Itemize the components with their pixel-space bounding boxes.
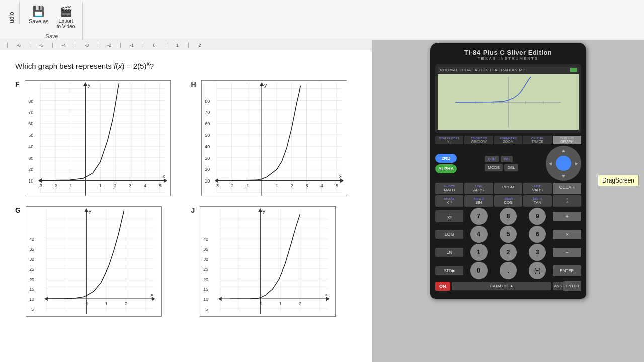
svg-text:20: 20 bbox=[29, 277, 34, 282]
svg-text:1: 1 bbox=[99, 183, 102, 188]
svg-text:x: x bbox=[162, 173, 165, 179]
svg-text:-1: -1 bbox=[245, 183, 249, 188]
calc-btn-enter[interactable]: ENTER bbox=[553, 265, 581, 276]
calc-btn-7[interactable]: 7 bbox=[470, 208, 488, 225]
svg-text:2: 2 bbox=[290, 183, 293, 188]
calc-btn-2[interactable]: 2 bbox=[500, 244, 517, 261]
calc-btn-decimal[interactable]: . bbox=[500, 262, 517, 279]
calc-btn-trace[interactable]: CALC F4 TRACE bbox=[523, 136, 551, 144]
svg-text:20: 20 bbox=[28, 167, 33, 172]
calc-btn-enter2[interactable]: ENTER bbox=[564, 281, 581, 291]
calc-btn-multiply[interactable]: × bbox=[553, 230, 581, 239]
svg-text:30: 30 bbox=[203, 257, 208, 262]
calc-btn-math[interactable]: A-LOCKMATH bbox=[435, 183, 463, 194]
svg-text:-1: -1 bbox=[68, 183, 72, 188]
calc-btn-clear[interactable]: CLEAR bbox=[553, 183, 581, 194]
graph-item-F: F bbox=[15, 80, 181, 196]
calc-btn-catalog[interactable]: CATALOG ▲ bbox=[452, 282, 552, 290]
calc-btn-alpha[interactable]: ALPHA bbox=[435, 164, 457, 173]
calc-btn-sin[interactable]: ANGLESIN bbox=[464, 195, 493, 207]
calc-btn-3[interactable]: 3 bbox=[529, 244, 546, 261]
svg-text:-2: -2 bbox=[229, 183, 233, 188]
svg-text:30: 30 bbox=[28, 156, 33, 161]
calc-row-math: A-LOCKMATH LINKAPPS PRGM LISTVARS CLEAR bbox=[435, 183, 581, 194]
save-as-button[interactable]: 💾 Save as bbox=[26, 3, 52, 31]
svg-text:80: 80 bbox=[28, 99, 33, 104]
calc-btn-prgm[interactable]: PRGM bbox=[494, 183, 522, 194]
svg-text:40: 40 bbox=[205, 144, 210, 149]
document-panel: -6 -5 -4 -3 -2 -1 0 1 2 Which graph best… bbox=[0, 40, 372, 362]
calc-btn-zoom[interactable]: FORMAT F3 ZOOM bbox=[494, 136, 522, 144]
calc-btn-ins[interactable]: INS bbox=[501, 156, 513, 162]
graph-item-H: H bbox=[191, 80, 357, 196]
ruler-tick: 2 bbox=[188, 43, 211, 48]
calc-btn-mode[interactable]: MODE bbox=[485, 164, 503, 171]
svg-text:25: 25 bbox=[29, 267, 34, 272]
svg-text:10: 10 bbox=[205, 178, 210, 184]
svg-text:20: 20 bbox=[205, 167, 210, 172]
calc-btn-xsq[interactable]: √X² bbox=[435, 210, 463, 222]
calc-btn-1[interactable]: 1 bbox=[470, 244, 488, 261]
ruler-tick: -6 bbox=[7, 43, 30, 48]
svg-text:y: y bbox=[264, 82, 267, 88]
nav-down-arrow: ▼ bbox=[561, 173, 566, 179]
calc-btn-4[interactable]: 4 bbox=[470, 226, 488, 243]
calc-brand: TI-84 Plus C Silver Edition TEXAS INSTRU… bbox=[435, 47, 581, 62]
calc-btn-vars[interactable]: LISTVARS bbox=[523, 183, 551, 194]
graphs-grid: F bbox=[15, 80, 357, 317]
calc-btn-xinv[interactable]: MATRXX⁻¹ bbox=[435, 195, 463, 207]
calc-btn-cos[interactable]: DRAWCOS bbox=[494, 195, 522, 207]
calc-btn-power[interactable]: π^ bbox=[553, 195, 581, 207]
calc-btn-window[interactable]: TBLSET F2 WINDOW bbox=[464, 136, 493, 144]
audio-label: udio bbox=[8, 3, 15, 23]
calc-btn-6[interactable]: 6 bbox=[529, 226, 546, 243]
svg-text:35: 35 bbox=[29, 247, 34, 252]
export-icon: 🎬 bbox=[60, 5, 72, 17]
calc-btn-negate[interactable]: (−) bbox=[529, 262, 546, 279]
svg-text:5: 5 bbox=[158, 183, 161, 188]
calc-btn-divide[interactable]: ÷ bbox=[553, 212, 581, 221]
calc-btn-9[interactable]: 9 bbox=[529, 208, 546, 225]
ruler-tick: -3 bbox=[75, 43, 98, 48]
nav-center-btn[interactable] bbox=[556, 156, 571, 171]
calc-battery-icon bbox=[570, 68, 577, 72]
calc-status-text: NORMAL FLOAT AUTO REAL RADIAN MP bbox=[440, 68, 526, 72]
calc-btn-8[interactable]: 8 bbox=[500, 208, 517, 225]
calc-nav-pad[interactable]: ▲ ▼ ◄ ► bbox=[546, 146, 581, 181]
calc-btn-tan[interactable]: DISTRTAN bbox=[523, 195, 551, 207]
graph-J: y x 5 10 15 20 25 30 35 40 -1 bbox=[200, 206, 336, 317]
graph-F: y x 10 20 30 40 50 60 70 80 bbox=[25, 80, 171, 196]
calc-btn-on[interactable]: ON bbox=[435, 282, 450, 291]
export-label: Exportto Video bbox=[57, 18, 75, 29]
svg-text:1: 1 bbox=[105, 301, 108, 306]
svg-text:35: 35 bbox=[203, 247, 208, 252]
svg-text:-1: -1 bbox=[258, 301, 262, 306]
nav-right-arrow: ► bbox=[574, 161, 579, 166]
calc-btn-minus[interactable]: − bbox=[553, 248, 581, 257]
calc-btn-5[interactable]: 5 bbox=[500, 226, 517, 243]
calc-btn-del[interactable]: DEL bbox=[504, 164, 518, 171]
calc-btn-apps[interactable]: LINKAPPS bbox=[464, 183, 493, 194]
graph-label-F: F bbox=[15, 80, 20, 88]
calc-btn-graph[interactable]: TABLE F5 GRAPH bbox=[553, 136, 581, 144]
calc-btn-sto[interactable]: STO▶ bbox=[435, 266, 463, 275]
calc-btn-2nd[interactable]: 2ND bbox=[435, 154, 457, 163]
svg-text:y: y bbox=[89, 208, 91, 214]
export-to-video-button[interactable]: 🎬 Exportto Video bbox=[54, 3, 78, 31]
tooltip-text: DragScreen bbox=[602, 177, 634, 184]
svg-text:10: 10 bbox=[29, 297, 34, 302]
calc-btn-y-equals[interactable]: STAT PLOT F1 Y= bbox=[435, 136, 463, 144]
calc-row-789: √X² 7 8 9 ÷ bbox=[435, 208, 581, 225]
calculator-panel: TI-84 Plus C Silver Edition TEXAS INSTRU… bbox=[372, 40, 644, 362]
svg-rect-44 bbox=[202, 81, 346, 196]
document-content: Which graph best represents f(x) = 2(5)x… bbox=[0, 50, 372, 362]
svg-text:5: 5 bbox=[336, 183, 338, 188]
calc-btn-log[interactable]: LOG bbox=[435, 230, 463, 239]
svg-text:40: 40 bbox=[29, 237, 34, 242]
calc-btn-quit[interactable]: QUIT bbox=[485, 156, 499, 162]
svg-text:5: 5 bbox=[205, 307, 208, 312]
calc-btn-0[interactable]: 0 bbox=[470, 262, 488, 279]
calc-btn-ln[interactable]: LN bbox=[435, 248, 463, 257]
svg-text:70: 70 bbox=[205, 110, 210, 115]
calc-btn-ans[interactable]: ANS bbox=[553, 282, 563, 290]
